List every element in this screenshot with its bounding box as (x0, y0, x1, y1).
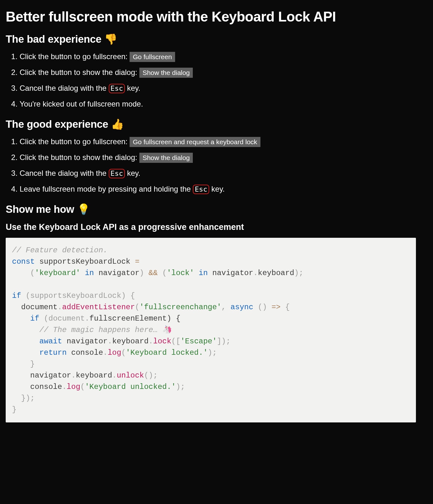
code-punct: (); (144, 371, 158, 380)
code-punct: . (103, 348, 107, 357)
code-ident: navigator (212, 269, 253, 277)
list-item: Leave fullscreen mode by pressing and ho… (20, 183, 427, 195)
page-title: Better fullscreen mode with the Keyboard… (6, 9, 427, 25)
code-fn: log (107, 348, 121, 357)
code-keyword: async (230, 303, 253, 311)
step-text: You're kicked out of fullscreen mode. (20, 100, 143, 108)
code-keyword: if (12, 314, 39, 323)
code-keyword: const (12, 257, 35, 266)
code-punct: ); (176, 383, 185, 391)
step-text: key. (125, 169, 140, 177)
code-punct: , (222, 303, 231, 311)
good-list: Click the button to go fullscreen: Go fu… (6, 136, 427, 195)
show-dialog-button[interactable]: Show the dialog (139, 68, 193, 78)
code-op: => (271, 303, 281, 311)
code-punct: . (62, 383, 66, 391)
how-subheading: Use the Keyboard Lock API as a progressi… (6, 222, 427, 232)
code-keyword: in (80, 269, 99, 277)
step-text: Cancel the dialog with the (20, 84, 109, 92)
code-punct: . (253, 269, 258, 277)
code-punct: ); (294, 269, 303, 277)
code-punct: . (85, 314, 89, 323)
code-keyword: if (12, 292, 21, 300)
code-fn: lock (153, 337, 172, 346)
code-string: 'Escape' (180, 337, 217, 346)
code-punct: ]); (217, 337, 230, 346)
code-punct: ( (80, 383, 85, 391)
code-punct: . (71, 371, 76, 380)
list-item: Click the button to show the dialog: Sho… (20, 152, 427, 163)
list-item: Click the button to go fullscreen: Go fu… (20, 51, 427, 62)
code-punct: ( (135, 303, 139, 311)
code-ident: document (12, 303, 58, 311)
code-keyword: return (12, 348, 67, 357)
list-item: Click the button to show the dialog: Sho… (20, 67, 427, 78)
code-keyword: in (194, 269, 212, 277)
code-punct: (supportsKeyboardLock) { (21, 292, 135, 300)
code-ident: console (67, 348, 103, 357)
step-text: key. (125, 84, 140, 92)
list-item: Cancel the dialog with the Esc key. (20, 168, 427, 179)
code-string: 'fullscreenchange' (139, 303, 221, 311)
code-ident: console (12, 383, 62, 391)
code-sp (62, 337, 66, 346)
code-op: = (135, 257, 139, 266)
code-punct: ([ (171, 337, 180, 346)
code-ident: keyboard (76, 371, 112, 380)
step-text: Leave fullscreen mode by pressing and ho… (20, 185, 193, 193)
show-dialog-button[interactable]: Show the dialog (139, 153, 193, 163)
code-block: // Feature detection. const supportsKeyb… (6, 238, 416, 422)
code-punct: . (149, 337, 153, 346)
code-keyword: await (12, 337, 62, 346)
code-fn: log (67, 383, 80, 391)
code-comment: // The magic happens here… 🦄 (12, 326, 172, 334)
code-punct: } (12, 360, 35, 368)
code-ident: fullscreenElement) { (89, 314, 180, 323)
good-heading: The good experience 👍 (6, 118, 427, 130)
esc-key: Esc (109, 84, 125, 93)
code-punct: () (253, 303, 271, 311)
go-fullscreen-lock-button[interactable]: Go fullscreen and request a keyboard loc… (130, 137, 260, 147)
step-text: Click the button to show the dialog: (20, 153, 139, 162)
code-string: 'Keyboard locked.' (126, 348, 208, 357)
step-text: Click the button to go fullscreen: (20, 52, 130, 61)
code-punct: ( (158, 269, 167, 277)
code-fn: unlock (117, 371, 144, 380)
code-string: 'Keyboard unlocked.' (85, 383, 176, 391)
step-text: Click the button to show the dialog: (20, 68, 139, 77)
esc-key: Esc (193, 185, 209, 194)
code-ident: keyboard (258, 269, 294, 277)
code-ident: keyboard (112, 337, 149, 346)
code-punct: } (12, 405, 16, 414)
list-item: You're kicked out of fullscreen mode. (20, 98, 427, 110)
code-punct: }); (12, 394, 35, 403)
code-punct: . (107, 337, 112, 346)
code-ident: navigator (99, 269, 140, 277)
code-op: && (149, 269, 158, 277)
step-text: Cancel the dialog with the (20, 169, 109, 177)
code-ident: navigator (67, 337, 108, 346)
list-item: Click the button to go fullscreen: Go fu… (20, 136, 427, 147)
bad-heading: The bad experience 👎 (6, 33, 427, 45)
step-text: key. (209, 185, 225, 193)
esc-key: Esc (109, 169, 125, 178)
list-item: Cancel the dialog with the Esc key. (20, 83, 427, 94)
step-text: Click the button to go fullscreen: (20, 137, 130, 146)
bad-list: Click the button to go fullscreen: Go fu… (6, 51, 427, 110)
code-comment: // Feature detection. (12, 246, 107, 255)
code-punct: . (58, 303, 62, 311)
go-fullscreen-button[interactable]: Go fullscreen (130, 52, 175, 62)
code-punct: (document (39, 314, 85, 323)
code-punct: . (112, 371, 117, 380)
code-punct: ) (139, 269, 149, 277)
code-string: 'keyboard' (35, 269, 80, 277)
code-ident: navigator (12, 371, 71, 380)
code-ident: supportsKeyboardLock (35, 257, 135, 266)
code-fn: addEventListener (62, 303, 135, 311)
code-string: 'lock' (167, 269, 194, 277)
code-punct: ( (121, 348, 126, 357)
code-punct: { (281, 303, 290, 311)
code-punct: ( (12, 269, 35, 277)
how-heading: Show me how 💡 (6, 203, 427, 215)
code-punct: ); (208, 348, 217, 357)
